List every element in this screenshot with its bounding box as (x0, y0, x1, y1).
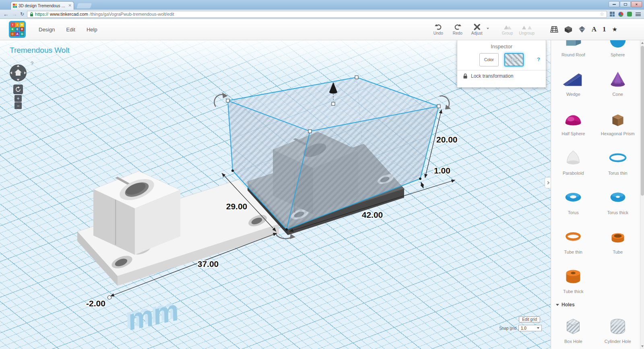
zoom-out-button[interactable]: − (14, 102, 22, 109)
redo-icon (454, 24, 461, 30)
dim-elevation: 1.00 (434, 166, 450, 175)
menu-help[interactable]: Help (81, 23, 103, 37)
shape-cylinder-hole[interactable]: Cylinder Hole (596, 310, 640, 349)
half-sphere-icon (551, 107, 596, 130)
adjust-button[interactable]: Adjust (467, 24, 489, 35)
dim-length: 42.00 (362, 210, 383, 219)
inspector-title: Inspector (457, 43, 546, 50)
hole-swatch-button[interactable]: Hole (504, 53, 524, 66)
menu-edit[interactable]: Edit (60, 23, 80, 37)
tinkercad-logo[interactable]: TIN KER CAD (9, 21, 26, 38)
zoom-in-button[interactable]: + (14, 95, 22, 102)
3d-canvas[interactable]: 20.00 1.00 29.00 42.00 37.00 -2.00 mm mm… (0, 40, 551, 349)
design-title: Tremendous Wolt (10, 46, 70, 55)
apps-icon[interactable] (610, 12, 615, 17)
group-button[interactable]: Group (498, 24, 517, 35)
ungroup-button[interactable]: Ungroup (517, 24, 537, 35)
hexagonal-prism-icon (596, 107, 640, 130)
round-roof-icon (551, 40, 596, 51)
shape-box-hole[interactable]: Box Hole (551, 310, 596, 349)
redo-button[interactable]: Redo (448, 24, 467, 35)
maximize-icon (624, 3, 627, 6)
url-host: www.tinkercad.com (50, 12, 88, 17)
shape-half-sphere[interactable]: Half Sphere (551, 102, 596, 142)
group-icon (503, 24, 512, 30)
torus-icon (551, 186, 596, 209)
extension-icon[interactable] (627, 12, 632, 17)
window-minimize-button[interactable] (609, 1, 619, 7)
window-maximize-button[interactable] (620, 1, 631, 7)
cone-icon (596, 68, 640, 90)
dim-depth: 29.00 (226, 202, 248, 211)
lock-transformation-toggle[interactable]: Lock transformation (457, 70, 546, 82)
url-path: /things/gaVograPwub-tremendous-wolt/edit (90, 12, 598, 17)
section-collapse-icon (556, 304, 559, 306)
url-input[interactable]: https://www.tinkercad.com/things/gaVogra… (27, 11, 607, 18)
inspector-help-icon[interactable]: ? (537, 56, 540, 62)
letters-icon[interactable]: A (592, 25, 597, 33)
profile-icon[interactable] (618, 12, 623, 17)
undo-button[interactable]: Undo (429, 24, 448, 35)
box-hole-icon (551, 315, 596, 337)
torus-thick-icon (596, 186, 640, 209)
snap-grid-select[interactable]: 1.0 (518, 325, 542, 331)
shape-tube-thick[interactable]: Tube thick (551, 260, 596, 299)
shape-torus[interactable]: Torus (551, 181, 596, 221)
edit-grid-button[interactable]: Edit grid (519, 316, 540, 322)
snap-grid-label: Snap grid (499, 326, 516, 330)
lock-icon (463, 73, 468, 79)
back-icon[interactable]: ← (3, 11, 9, 17)
dim-height: 20.00 (436, 135, 458, 144)
shape-tube[interactable]: Tube (596, 221, 640, 260)
holes-section-header[interactable]: Holes (551, 299, 640, 310)
numbers-icon[interactable]: 1 (603, 25, 606, 33)
view-navigation-compass[interactable] (9, 64, 27, 84)
https-lock-icon (30, 12, 33, 17)
browser-window: 3D design Tremendous Wolt ✕ × ← → ↻ http… (0, 0, 644, 349)
sphere-icon (596, 40, 640, 51)
canvas-help-icon[interactable]: ? (31, 60, 33, 66)
scroll-down-icon[interactable] (641, 345, 644, 347)
inspector-panel: Inspector ? Color Hole Lock transformati… (457, 40, 546, 88)
scroll-up-icon[interactable] (641, 42, 644, 44)
shape-torus-thick[interactable]: Torus thick (596, 181, 640, 221)
shape-wedge[interactable]: Wedge (551, 63, 596, 102)
window-close-button[interactable]: × (631, 1, 642, 7)
scrollbar-thumb[interactable] (641, 46, 644, 196)
workplane-icon[interactable] (550, 26, 558, 33)
bookmark-star-icon[interactable]: ☆ (600, 11, 604, 17)
shape-hexagonal-prism[interactable]: Hexagonal Prism (596, 102, 640, 142)
url-protocol: https:// (35, 12, 48, 17)
address-bar: ← → ↻ https://www.tinkercad.com/things/g… (0, 10, 644, 19)
shape-round-roof[interactable]: Round Roof (551, 40, 596, 63)
torus-thin-icon (596, 147, 640, 169)
shape-cone[interactable]: Cone (596, 63, 640, 102)
dim-plate-length: 37.00 (198, 259, 219, 268)
undo-icon (435, 24, 442, 30)
shape-paraboloid[interactable]: Paraboloid (551, 142, 596, 181)
tab-close-icon[interactable]: ✕ (68, 4, 72, 8)
panel-collapse-tab[interactable] (545, 177, 551, 188)
new-tab-button[interactable] (76, 3, 92, 8)
shape-sphere[interactable]: Sphere (596, 40, 640, 63)
forward-icon[interactable]: → (12, 11, 17, 17)
shape-generators-icon[interactable] (578, 26, 586, 33)
orbit-view-button[interactable] (13, 85, 23, 94)
app-toolbar: TIN KER CAD Design Edit Help Undo Redo A… (0, 19, 644, 40)
color-swatch-button[interactable]: Color (479, 53, 499, 66)
tube-icon (596, 225, 640, 248)
shape-torus-thin[interactable]: Torus thin (596, 142, 640, 181)
shape-tube-thin[interactable]: Tube thin (551, 221, 596, 260)
titlebar: 3D design Tremendous Wolt ✕ × (0, 0, 644, 10)
browser-tab[interactable]: 3D design Tremendous Wolt ✕ (10, 1, 74, 10)
browser-menu-icon[interactable] (636, 12, 641, 16)
menu-design[interactable]: Design (33, 23, 60, 37)
tab-title: 3D design Tremendous Wolt (19, 4, 67, 8)
adjust-dropdown-icon[interactable] (487, 28, 489, 29)
shapes-scrollbar[interactable] (640, 40, 644, 349)
basic-shapes-icon[interactable] (564, 26, 572, 33)
tube-thick-icon (551, 265, 596, 287)
adjust-tools-icon (473, 24, 481, 30)
reload-icon[interactable]: ↻ (20, 11, 24, 17)
symbols-icon[interactable]: ★ (612, 26, 617, 33)
